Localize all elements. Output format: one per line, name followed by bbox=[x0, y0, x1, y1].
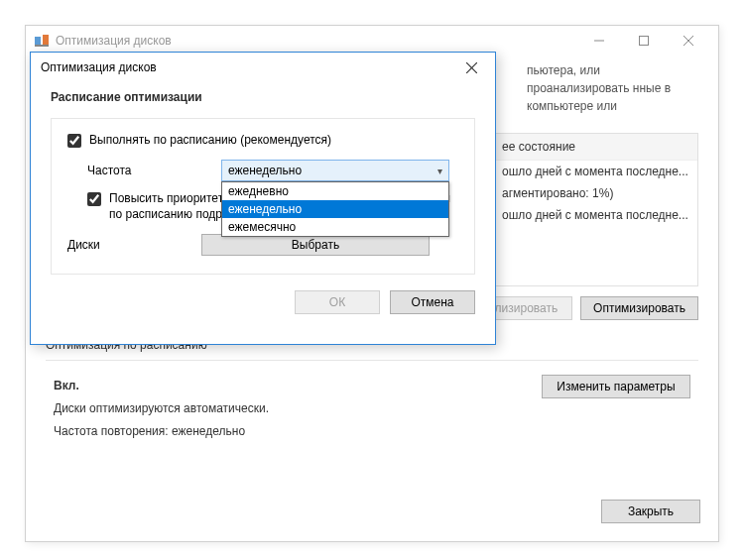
drives-label: Диски bbox=[67, 238, 201, 252]
table-row[interactable]: агментировано: 1%) bbox=[494, 182, 697, 204]
maximize-button[interactable] bbox=[621, 27, 666, 55]
choose-drives-button[interactable]: Выбрать bbox=[201, 234, 430, 256]
cancel-button[interactable]: Отмена bbox=[390, 290, 475, 314]
close-main-button[interactable]: Закрыть bbox=[601, 500, 700, 523]
minimize-button[interactable] bbox=[576, 27, 621, 55]
app-icon bbox=[34, 33, 50, 49]
change-settings-button[interactable]: Изменить параметры bbox=[542, 375, 690, 398]
frequency-label: Частота bbox=[87, 164, 221, 177]
schedule-settings-title: Расписание оптимизации bbox=[51, 90, 475, 104]
svg-rect-0 bbox=[35, 37, 41, 45]
schedule-auto-text: Диски оптимизируются автоматически. bbox=[54, 397, 269, 420]
optimize-button[interactable]: Оптимизировать bbox=[580, 296, 698, 320]
schedule-status: Вкл. bbox=[54, 375, 269, 397]
increase-priority-label: Повысить приоритет по расписанию подр bbox=[109, 191, 223, 222]
schedule-freq-text: Частота повторения: еженедельно bbox=[54, 420, 269, 443]
main-title: Оптимизация дисков bbox=[56, 34, 172, 48]
frequency-combobox[interactable]: еженедельно ▾ ежедневно еженедельно ежем… bbox=[221, 160, 449, 181]
settings-frame: Выполнять по расписанию (рекомендуется) … bbox=[51, 118, 475, 275]
col-state-header[interactable]: ее состояние bbox=[494, 134, 697, 160]
schedule-info: Вкл. Диски оптимизируются автоматически.… bbox=[54, 375, 269, 442]
svg-rect-2 bbox=[35, 45, 49, 47]
frequency-option-monthly[interactable]: ежемесячно bbox=[222, 218, 448, 236]
dialog-titlebar: Оптимизация дисков bbox=[31, 53, 495, 82]
svg-rect-4 bbox=[639, 37, 648, 46]
dialog-close-button[interactable] bbox=[457, 56, 485, 78]
ok-button: ОК bbox=[295, 290, 380, 314]
frequency-option-weekly[interactable]: еженедельно bbox=[222, 200, 448, 218]
schedule-dialog: Оптимизация дисков Расписание оптимизаци… bbox=[30, 52, 496, 345]
frequency-selected: еженедельно bbox=[228, 164, 302, 177]
chevron-down-icon: ▾ bbox=[437, 166, 442, 176]
table-row[interactable]: ошло дней с момента последне... bbox=[494, 161, 697, 182]
divider bbox=[46, 360, 698, 361]
svg-rect-1 bbox=[43, 35, 49, 45]
frequency-dropdown-list: ежедневно еженедельно ежемесячно bbox=[221, 181, 449, 237]
dialog-title: Оптимизация дисков bbox=[41, 60, 157, 74]
frequency-option-daily[interactable]: ежедневно bbox=[222, 182, 448, 200]
table-row[interactable]: ошло дней с момента последне... bbox=[494, 204, 697, 226]
close-button[interactable] bbox=[666, 27, 710, 55]
run-on-schedule-checkbox[interactable] bbox=[67, 134, 81, 148]
run-on-schedule-label: Выполнять по расписанию (рекомендуется) bbox=[89, 133, 331, 147]
increase-priority-checkbox[interactable] bbox=[87, 192, 101, 206]
